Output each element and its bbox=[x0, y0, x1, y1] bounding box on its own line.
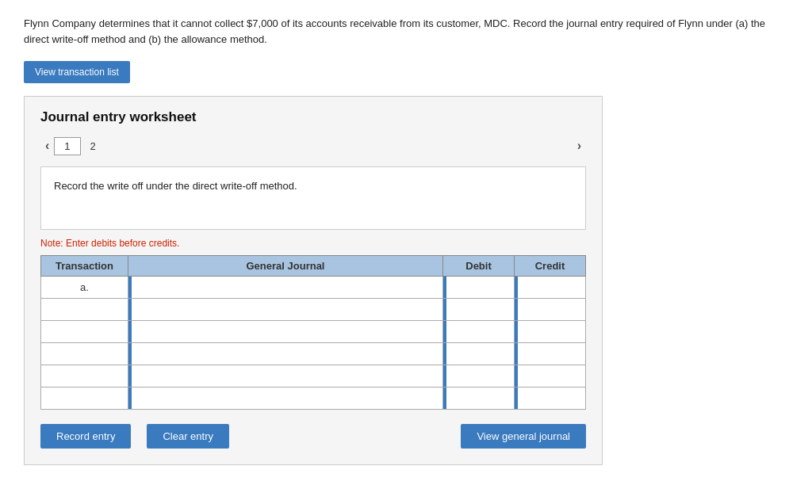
transaction-cell-2 bbox=[41, 299, 128, 321]
col-header-journal: General Journal bbox=[128, 256, 443, 277]
debit-cell-5[interactable] bbox=[443, 365, 515, 388]
debit-cell-4[interactable] bbox=[443, 343, 515, 365]
prev-tab-arrow[interactable]: ‹ bbox=[40, 136, 54, 155]
journal-input-1[interactable] bbox=[128, 277, 442, 298]
table-row: a. bbox=[41, 277, 586, 299]
worksheet-container: Journal entry worksheet ‹ 1 2 › Record t… bbox=[24, 96, 603, 465]
journal-input-5[interactable] bbox=[128, 365, 442, 387]
journal-input-4[interactable] bbox=[128, 343, 442, 365]
credit-cell-1[interactable] bbox=[515, 277, 586, 299]
debit-cell-1[interactable] bbox=[443, 277, 515, 299]
tab-navigation: ‹ 1 2 › bbox=[40, 136, 586, 155]
next-tab-arrow[interactable]: › bbox=[573, 136, 586, 155]
view-general-journal-button[interactable]: View general journal bbox=[461, 424, 586, 449]
debit-cell-6[interactable] bbox=[443, 388, 515, 410]
debit-input-4[interactable] bbox=[443, 343, 514, 365]
debit-input-3[interactable] bbox=[443, 321, 514, 342]
debit-input-5[interactable] bbox=[443, 365, 514, 387]
journal-input-2[interactable] bbox=[128, 299, 442, 320]
journal-input-3[interactable] bbox=[128, 321, 442, 342]
worksheet-title: Journal entry worksheet bbox=[40, 109, 586, 125]
credit-input-1[interactable] bbox=[515, 277, 585, 298]
journal-cell-3[interactable] bbox=[128, 321, 443, 343]
clear-entry-button[interactable]: Clear entry bbox=[147, 424, 229, 449]
table-row bbox=[41, 365, 586, 388]
journal-input-6[interactable] bbox=[128, 388, 442, 409]
instruction-text: Record the write off under the direct wr… bbox=[54, 180, 297, 192]
debit-cell-3[interactable] bbox=[443, 321, 515, 343]
debit-input-1[interactable] bbox=[443, 277, 514, 298]
col-header-credit: Credit bbox=[515, 256, 586, 277]
credit-input-6[interactable] bbox=[515, 388, 585, 409]
debit-cell-2[interactable] bbox=[443, 299, 515, 321]
view-transaction-button[interactable]: View transaction list bbox=[24, 61, 130, 83]
journal-cell-6[interactable] bbox=[128, 388, 443, 410]
credit-input-4[interactable] bbox=[515, 343, 585, 365]
journal-cell-5[interactable] bbox=[128, 365, 443, 388]
table-row bbox=[41, 388, 586, 410]
debit-input-2[interactable] bbox=[443, 299, 514, 320]
journal-cell-4[interactable] bbox=[128, 343, 443, 365]
credit-input-5[interactable] bbox=[515, 365, 585, 387]
record-entry-button[interactable]: Record entry bbox=[40, 424, 131, 449]
problem-text: Flynn Company determines that it cannot … bbox=[24, 16, 785, 47]
table-row bbox=[41, 343, 586, 365]
credit-cell-6[interactable] bbox=[515, 388, 586, 410]
instruction-box: Record the write off under the direct wr… bbox=[40, 166, 586, 230]
transaction-cell-6 bbox=[41, 388, 128, 410]
tab-2[interactable]: 2 bbox=[81, 138, 105, 155]
transaction-cell-5 bbox=[41, 365, 128, 388]
credit-cell-4[interactable] bbox=[515, 343, 586, 365]
button-row: Record entry Clear entry View general jo… bbox=[40, 424, 586, 449]
credit-cell-2[interactable] bbox=[515, 299, 586, 321]
note-text: Note: Enter debits before credits. bbox=[40, 238, 586, 249]
credit-cell-5[interactable] bbox=[515, 365, 586, 388]
tab-1[interactable]: 1 bbox=[54, 137, 80, 155]
table-row bbox=[41, 299, 586, 321]
journal-table: Transaction General Journal Debit Credit… bbox=[40, 255, 586, 410]
journal-cell-1[interactable] bbox=[128, 277, 443, 299]
journal-cell-2[interactable] bbox=[128, 299, 443, 321]
table-row bbox=[41, 321, 586, 343]
transaction-cell-4 bbox=[41, 343, 128, 365]
col-header-transaction: Transaction bbox=[41, 256, 128, 277]
credit-input-2[interactable] bbox=[515, 299, 585, 320]
col-header-debit: Debit bbox=[443, 256, 515, 277]
transaction-cell-3 bbox=[41, 321, 128, 343]
debit-input-6[interactable] bbox=[443, 388, 514, 409]
credit-cell-3[interactable] bbox=[515, 321, 586, 343]
credit-input-3[interactable] bbox=[515, 321, 585, 342]
transaction-cell-1: a. bbox=[41, 277, 128, 299]
